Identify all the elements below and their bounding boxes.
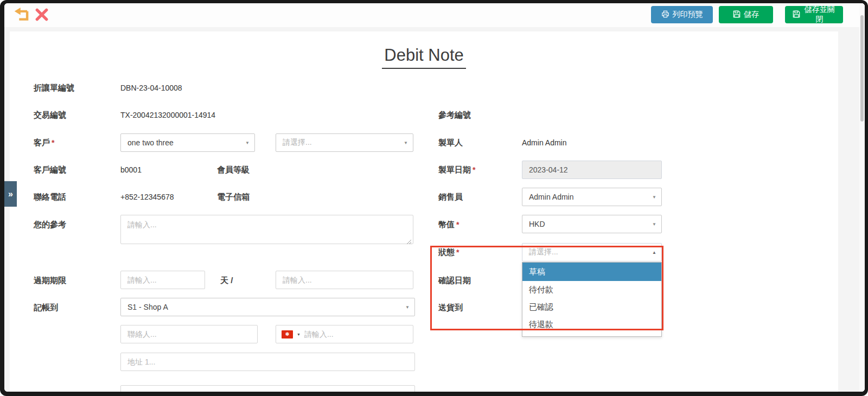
your-reference-field [120,215,413,244]
transaction-no-label: 交易編號 [34,110,66,120]
toolbar: 列印預覽 儲存 [4,3,865,27]
member-level-label: 會員等級 [217,165,250,175]
save-label: 儲存 [744,10,759,20]
page-title: Debit Note [10,46,838,69]
required-asterisk: * [52,138,54,147]
scrollbar-thumb[interactable] [860,15,864,122]
contact-phone-value: +852-12345678 [120,193,174,201]
doc-date-label: 製單日期* [438,165,475,175]
app-window: 列印預覽 儲存 [4,3,865,392]
print-preview-button[interactable]: 列印預覽 [651,6,713,23]
required-asterisk: * [456,248,459,257]
save-icon [733,10,741,20]
address1-input[interactable] [120,353,415,371]
your-reference-textarea[interactable] [121,215,413,244]
save-icon [793,10,800,20]
created-by-value: Admin Admin [522,138,566,147]
currency-label: 幣值* [438,220,459,230]
bill-to-select[interactable]: S1 - Shop A ▼ [120,298,415,316]
status-option-pending-payment[interactable]: 待付款 [522,281,661,298]
customer-no-value: b0001 [120,165,142,174]
address2-input[interactable] [120,385,415,392]
back-icon[interactable] [12,7,30,24]
customer-secondary-select[interactable]: 請選擇... ▼ [276,133,413,152]
debit-note-no-label: 折讓單編號 [34,83,74,93]
customer-secondary-placeholder: 請選擇... [283,138,312,148]
status-select-placeholder: 請選擇... [529,247,558,257]
contact-person-input[interactable] [120,325,258,343]
overdue-date-input[interactable] [276,271,413,289]
status-label: 狀態* [438,247,459,258]
status-select[interactable]: 請選擇... ▲ [522,243,662,261]
overdue-period-label: 過期期限 [34,276,66,286]
doc-date-input[interactable] [522,161,662,179]
customer-no-label: 客戶編號 [34,165,66,175]
hong-kong-flag-icon[interactable]: ✽ [282,330,293,338]
reference-no-label: 參考編號 [438,110,471,120]
save-and-close-label: 儲存並關閉 [803,5,835,24]
window-frame: 列印預覽 儲存 [0,0,868,396]
close-icon[interactable] [35,8,49,24]
required-asterisk: * [456,220,459,229]
contact-number-field: ✽ ▼ [276,325,413,343]
save-and-close-button[interactable]: 儲存並關閉 [785,6,843,23]
required-asterisk: * [473,165,475,174]
created-by-label: 製單人 [438,138,463,148]
status-dropdown-menu: 草稿 待付款 已確認 待退款 [522,262,662,337]
vertical-scrollbar[interactable] [859,3,865,392]
salesperson-select-value: Admin Admin [529,193,573,201]
status-option-draft[interactable]: 草稿 [522,263,661,281]
contact-number-input[interactable] [304,330,407,338]
debit-note-no-value: DBN-23-04-10008 [120,84,182,92]
overdue-days-input[interactable] [120,271,205,289]
chevron-up-icon: ▲ [652,250,656,255]
confirm-date-label: 確認日期 [438,276,471,286]
chevron-down-icon: ▼ [404,140,408,145]
salesperson-label: 銷售員 [438,192,463,202]
contact-phone-label: 聯絡電話 [34,192,66,202]
chevron-down-icon: ▼ [652,195,656,200]
transaction-no-value: TX-20042132000001-14914 [120,111,215,119]
bill-to-label: 記帳到 [34,303,58,313]
chevrons-right-icon: » [8,189,13,199]
deliver-to-label: 送貨到 [438,303,463,313]
chevron-down-icon: ▼ [405,305,410,310]
status-option-confirmed[interactable]: 已確認 [522,298,661,316]
bill-to-select-value: S1 - Shop A [127,303,168,311]
chevron-down-icon: ▼ [245,140,250,145]
printer-icon [661,10,669,20]
customer-select-value: one two three [127,138,174,147]
customer-label: 客戶* [34,138,54,148]
salesperson-select[interactable]: Admin Admin ▼ [522,188,662,206]
currency-select[interactable]: HKD ▼ [522,215,662,233]
print-preview-label: 列印預覽 [673,10,703,20]
currency-select-value: HKD [529,220,545,228]
chevron-down-icon: ▼ [652,222,656,227]
your-reference-label: 您的參考 [34,220,66,230]
sidebar-expand-toggle[interactable]: » [4,181,17,207]
customer-select[interactable]: one two three ▼ [120,133,255,152]
form-card: Debit Note 折讓單編號 DBN-23-04-10008 交易編號 TX… [10,31,838,392]
save-button[interactable]: 儲存 [719,6,773,23]
email-label: 電子信箱 [217,192,250,202]
chevron-down-icon[interactable]: ▼ [297,333,301,336]
status-option-pending-refund[interactable]: 待退款 [522,316,661,333]
overdue-unit-label: 天 / [220,276,233,286]
